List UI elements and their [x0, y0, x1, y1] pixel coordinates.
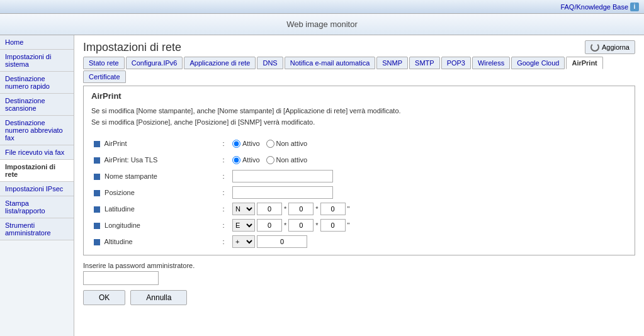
main-content: Impostazioni di rete Aggiorna Stato rete…: [74, 35, 644, 336]
tab-certificate[interactable]: Certificate: [83, 70, 126, 83]
airprint-tls-inactive-input[interactable]: [266, 156, 274, 164]
row-posizione: Posizione :: [91, 184, 627, 201]
row-latitudine: Latitudine : N S * *: [91, 201, 627, 217]
layout: Home Impostazioni di sistema Destinazion…: [0, 35, 644, 336]
tabs-bar: Stato rete Configura.IPv6 Applicazione d…: [74, 57, 644, 83]
password-input[interactable]: [83, 271, 159, 285]
lat-sec-input[interactable]: [320, 203, 346, 215]
info-line1: Se si modifica [Nome stampante], anche […: [91, 106, 627, 117]
info-line2: Se si modifica [Posizione], anche [Posiz…: [91, 117, 627, 128]
airprint-label: AirPrint: [91, 135, 217, 152]
airprint-tls-label: AirPrint: Usa TLS: [91, 152, 217, 168]
sidebar-item-home[interactable]: Home: [0, 35, 74, 50]
tab-snmp[interactable]: SNMP: [376, 57, 408, 69]
sidebar-item-impostazioni-sistema[interactable]: Impostazioni di sistema: [0, 50, 74, 72]
lon-min-input[interactable]: [288, 219, 314, 232]
button-row: OK Annulla: [83, 290, 635, 305]
nome-stampante-label: Nome stampante: [91, 168, 217, 184]
lat-min-input[interactable]: [288, 203, 314, 215]
update-label: Aggiorna: [602, 43, 630, 51]
annulla-button[interactable]: Annulla: [130, 290, 187, 305]
lon-deg-input[interactable]: [257, 219, 282, 232]
tab-notifica-email[interactable]: Notifica e-mail automatica: [285, 57, 376, 69]
alt-sign-select[interactable]: + -: [232, 235, 255, 248]
row-nome-stampante: Nome stampante :: [91, 168, 627, 184]
tab-stato-rete[interactable]: Stato rete: [83, 57, 125, 69]
airprint-radio-group: Attivo Non attivo: [232, 140, 624, 148]
refresh-icon: [590, 43, 599, 52]
airprint-tls-inactive-radio[interactable]: Non attivo: [266, 156, 308, 164]
airprint-tls-active-radio[interactable]: Attivo: [232, 156, 260, 164]
section-info: Se si modifica [Nome stampante], anche […: [91, 106, 627, 128]
nome-stampante-input[interactable]: [232, 170, 333, 182]
longitudine-label: Longitudine: [91, 217, 217, 233]
sidebar-item-impostazioni-ipsec[interactable]: Impostazioni IPsec: [0, 182, 74, 196]
longitudine-indicator: [94, 223, 100, 229]
airprint-tls-radio-group: Attivo Non attivo: [232, 156, 624, 164]
nome-stampante-indicator: [94, 174, 100, 180]
ok-button[interactable]: OK: [83, 290, 125, 305]
tab-pop3[interactable]: POP3: [441, 57, 471, 69]
posizione-label: Posizione: [91, 184, 217, 201]
airprint-tls-active-input[interactable]: [232, 156, 240, 164]
airprint-indicator: [94, 141, 100, 147]
row-longitudine: Longitudine : E W * *: [91, 217, 627, 233]
tab-airprint[interactable]: AirPrint: [566, 57, 602, 69]
airprint-inactive-input[interactable]: [266, 140, 274, 148]
tab-dns[interactable]: DNS: [257, 57, 283, 69]
sidebar-item-impostazioni-rete[interactable]: Impostazioni di rete: [0, 160, 74, 182]
header-title: Web image monitor: [286, 20, 357, 29]
header: Web image monitor: [0, 14, 644, 35]
faq-link[interactable]: FAQ/Knowledge Base: [560, 3, 628, 11]
section-airprint: AirPrint Se si modifica [Nome stampante]…: [83, 86, 635, 255]
latitudine-label: Latitudine: [91, 201, 217, 217]
page-title: Impostazioni di rete: [83, 41, 181, 54]
alt-value-input[interactable]: [257, 235, 307, 248]
airprint-active-radio[interactable]: Attivo: [232, 140, 260, 148]
tab-wireless[interactable]: Wireless: [472, 57, 510, 69]
longitudine-coord-group: E W * * ": [232, 219, 624, 232]
posizione-indicator: [94, 190, 100, 196]
lat-deg-input[interactable]: [257, 203, 282, 215]
sidebar-item-destinazione-scansione[interactable]: Destinazione scansione: [0, 94, 74, 116]
section-title: AirPrint: [91, 91, 627, 101]
row-airprint-tls: AirPrint: Usa TLS : Attivo Non attivo: [91, 152, 627, 168]
airprint-inactive-radio[interactable]: Non attivo: [266, 140, 308, 148]
sidebar-item-file-ricevuto-fax[interactable]: File ricevuto via fax: [0, 145, 74, 160]
sidebar: Home Impostazioni di sistema Destinazion…: [0, 35, 74, 336]
sidebar-item-destinazione-numero-rapido[interactable]: Destinazione numero rapido: [0, 72, 74, 94]
altitudine-label: Altitudine: [91, 233, 217, 250]
update-button[interactable]: Aggiorna: [585, 40, 635, 54]
lon-sec-input[interactable]: [320, 219, 346, 232]
airprint-tls-indicator: [94, 157, 100, 164]
info-icon: i: [630, 3, 639, 11]
posizione-input[interactable]: [232, 186, 333, 199]
page-header: Impostazioni di rete Aggiorna: [74, 35, 644, 57]
top-bar: FAQ/Knowledge Base i: [0, 0, 644, 14]
latitudine-indicator: [94, 206, 100, 213]
airprint-active-input[interactable]: [232, 140, 240, 148]
form-table: AirPrint : Attivo Non attivo: [91, 135, 627, 250]
row-airprint: AirPrint : Attivo Non attivo: [91, 135, 627, 152]
tab-configura-ipv6[interactable]: Configura.IPv6: [126, 57, 183, 69]
tab-applicazione-rete[interactable]: Applicazione di rete: [184, 57, 256, 69]
lat-dir-select[interactable]: N S: [232, 203, 255, 215]
row-altitudine: Altitudine : + -: [91, 233, 627, 250]
sidebar-item-strumenti-amministratore[interactable]: Strumenti amministratore: [0, 218, 74, 240]
sidebar-item-stampa-lista[interactable]: Stampa lista/rapporto: [0, 196, 74, 218]
sidebar-item-destinazione-numero-fax[interactable]: Destinazione numero abbreviato fax: [0, 116, 74, 145]
tab-smtp[interactable]: SMTP: [409, 57, 440, 69]
lon-dir-select[interactable]: E W: [232, 219, 255, 232]
password-label: Inserire la password amministratore.: [83, 262, 635, 269]
altitudine-indicator: [94, 239, 100, 245]
altitudine-coord-group: + -: [232, 235, 624, 248]
latitudine-coord-group: N S * * ": [232, 203, 624, 215]
tab-google-cloud[interactable]: Google Cloud: [511, 57, 565, 69]
password-section: Inserire la password amministratore.: [83, 262, 635, 285]
